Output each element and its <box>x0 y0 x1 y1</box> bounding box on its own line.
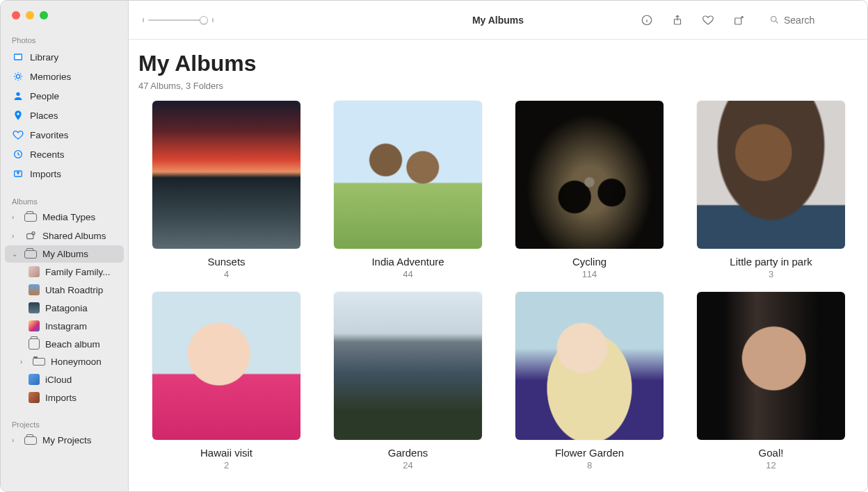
sidebar-album-imports[interactable]: Imports <box>1 388 128 407</box>
zoom-thumb[interactable] <box>200 16 208 24</box>
album-cover <box>697 101 845 249</box>
album-icon <box>29 338 40 350</box>
album-card-sunsets[interactable]: Sunsets 4 <box>150 101 303 279</box>
sidebar-item-library[interactable]: Library <box>1 47 128 67</box>
sidebar-item-label: Instagram <box>45 321 121 331</box>
sidebar-album-family[interactable]: Family Family... <box>1 263 128 281</box>
sidebar-item-label: Beach album <box>45 339 121 350</box>
album-card-cycling[interactable]: Cycling 114 <box>513 101 666 279</box>
sidebar-item-favorites[interactable]: Favorites <box>1 125 128 145</box>
album-card-party[interactable]: Little party in park 3 <box>694 101 848 279</box>
svg-point-3 <box>16 92 19 96</box>
sidebar-album-instagram[interactable]: Instagram <box>1 317 128 335</box>
album-cover <box>515 292 664 440</box>
toolbar: My Albums <box>129 1 867 40</box>
sidebar-item-label: People <box>30 91 121 101</box>
svg-line-15 <box>775 21 778 23</box>
app-window: Photos Library Memories People Places Fa… <box>0 0 868 492</box>
places-icon <box>12 109 24 122</box>
svg-rect-1 <box>15 55 21 60</box>
sidebar-item-label: Shared Albums <box>42 231 121 241</box>
album-count: 114 <box>582 269 597 279</box>
sidebar-item-label: Utah Roadtrip <box>45 285 121 295</box>
album-icon <box>24 250 37 259</box>
shared-album-icon <box>24 229 37 242</box>
sidebar-item-label: iCloud <box>45 375 121 385</box>
sidebar-section-photos: Photos <box>1 32 128 47</box>
rotate-icon[interactable] <box>732 13 746 27</box>
sidebar-item-places[interactable]: Places <box>1 106 128 125</box>
sidebar-item-my-projects[interactable]: › My Projects <box>1 432 128 449</box>
album-card-india[interactable]: India Adventure 44 <box>331 101 485 279</box>
album-cover <box>515 101 664 249</box>
album-thumb-icon <box>29 266 40 277</box>
sidebar-album-patagonia[interactable]: Patagonia <box>1 299 128 317</box>
album-cover <box>152 292 300 440</box>
album-title: India Adventure <box>371 256 444 268</box>
zoom-min-tick <box>143 18 144 22</box>
album-card-flower-garden[interactable]: Flower Garden 8 <box>513 292 666 470</box>
album-count: 4 <box>224 269 229 279</box>
sidebar-album-icloud[interactable]: iCloud <box>1 370 128 388</box>
sidebar-item-media-types[interactable]: › Media Types <box>1 208 128 226</box>
page-heading: My Albums <box>129 51 848 76</box>
album-card-goal[interactable]: Goal! 12 <box>694 292 848 470</box>
memories-icon <box>12 70 24 83</box>
sidebar-item-label: Honeymoon <box>51 356 121 367</box>
sidebar-item-label: Recents <box>30 149 121 160</box>
maximize-window-button[interactable] <box>40 11 48 19</box>
sidebar-item-recents[interactable]: Recents <box>1 145 128 164</box>
chevron-down-icon: ⌄ <box>12 250 19 258</box>
sidebar-item-my-albums[interactable]: ⌄ My Albums <box>5 245 124 263</box>
album-thumb-icon <box>29 392 40 403</box>
svg-point-2 <box>16 74 19 78</box>
album-thumb-icon <box>29 320 40 331</box>
search-icon <box>769 15 780 25</box>
svg-rect-13 <box>735 18 741 24</box>
album-grid: Sunsets 4 India Adventure 44 Cycling 114… <box>129 101 848 470</box>
album-card-hawaii[interactable]: Hawaii visit 2 <box>150 292 303 470</box>
sidebar-item-memories[interactable]: Memories <box>1 67 128 86</box>
content-scroll[interactable]: My Albums 47 Albums, 3 Folders Sunsets 4… <box>129 40 867 491</box>
sidebar-folder-honeymoon[interactable]: › Honeymoon <box>1 353 128 370</box>
album-title: Cycling <box>572 256 606 268</box>
sidebar-item-shared-albums[interactable]: › Shared Albums <box>1 226 128 245</box>
sidebar-album-utah[interactable]: Utah Roadtrip <box>1 281 128 299</box>
sidebar-item-people[interactable]: People <box>1 86 128 106</box>
album-count: 24 <box>403 460 412 470</box>
close-window-button[interactable] <box>12 11 20 19</box>
album-cover <box>334 101 482 249</box>
toolbar-actions <box>640 13 853 27</box>
folder-icon <box>33 358 45 366</box>
favorite-icon[interactable] <box>701 13 715 27</box>
album-title: Little party in park <box>730 256 812 268</box>
album-title: Goal! <box>759 447 784 459</box>
sidebar-item-label: Favorites <box>30 130 121 140</box>
sidebar-item-label: Family Family... <box>45 267 121 277</box>
project-icon <box>24 436 37 445</box>
toolbar-title: My Albums <box>472 15 524 26</box>
sidebar-item-label: Memories <box>30 72 121 82</box>
sidebar-item-label: Imports <box>45 393 121 403</box>
sidebar-item-label: Imports <box>30 169 121 179</box>
album-title: Flower Garden <box>555 447 624 459</box>
album-title: Gardens <box>388 447 428 459</box>
recents-icon <box>12 148 24 161</box>
album-cover <box>334 292 482 440</box>
album-title: Hawaii visit <box>200 447 252 459</box>
album-count: 44 <box>403 269 412 279</box>
sidebar-item-label: Media Types <box>42 212 121 222</box>
search-input[interactable] <box>784 15 853 26</box>
minimize-window-button[interactable] <box>26 11 34 19</box>
chevron-right-icon: › <box>12 436 19 444</box>
info-icon[interactable] <box>640 13 654 27</box>
album-card-gardens[interactable]: Gardens 24 <box>331 292 485 470</box>
imports-icon <box>12 167 24 180</box>
sidebar-item-label: Library <box>30 52 121 63</box>
sidebar-item-imports[interactable]: Imports <box>1 164 128 183</box>
sidebar-album-beach[interactable]: Beach album <box>1 335 128 353</box>
share-icon[interactable] <box>670 13 684 27</box>
search-field[interactable] <box>769 15 853 26</box>
zoom-slider[interactable] <box>148 15 208 26</box>
chevron-right-icon: › <box>12 213 19 221</box>
